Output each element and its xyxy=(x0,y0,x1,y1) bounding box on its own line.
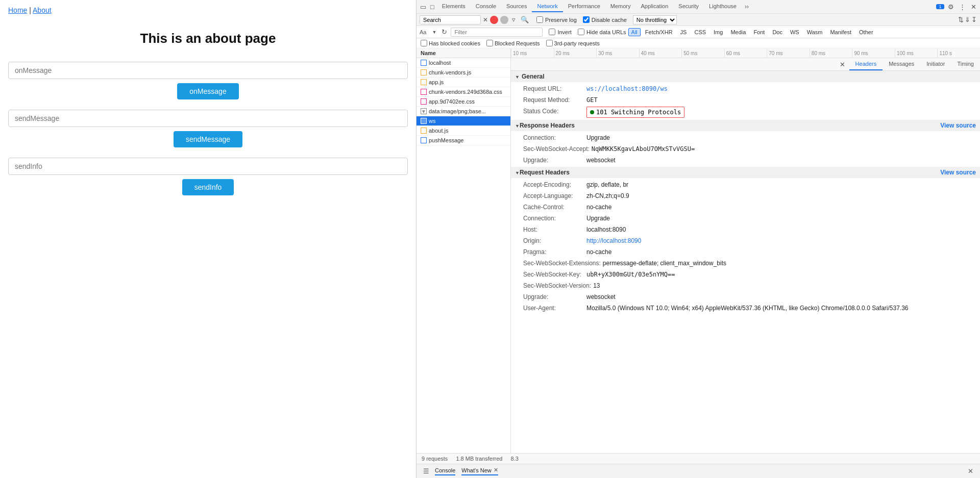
download-icon[interactable]: ↧ xyxy=(971,16,977,23)
refresh-icon[interactable]: ↻ xyxy=(440,27,449,37)
close-console-bar-icon[interactable]: ✕ xyxy=(966,466,975,476)
about-link[interactable]: About xyxy=(33,6,52,14)
disable-cache-checkbox-row: Disable cache xyxy=(583,16,627,23)
detail-close-icon[interactable]: ✕ xyxy=(836,59,849,70)
tab-application[interactable]: Application xyxy=(636,1,674,12)
tab-memory[interactable]: Memory xyxy=(605,1,636,12)
filter-tag-img[interactable]: Img xyxy=(710,28,726,36)
blocked-requests-label[interactable]: Blocked Requests xyxy=(495,40,540,46)
tab-performance[interactable]: Performance xyxy=(563,1,605,12)
console-tab[interactable]: Console xyxy=(435,467,455,475)
preserve-log-checkbox[interactable] xyxy=(536,16,543,23)
request-headers-view-source[interactable]: View source xyxy=(940,169,976,176)
whats-new-close-icon[interactable]: ✕ xyxy=(494,467,498,473)
console-menu-icon[interactable]: ☰ xyxy=(422,466,431,476)
settings-icon[interactable]: ⚙ xyxy=(946,2,955,12)
tick-70ms: 70 ms xyxy=(767,48,810,58)
disable-cache-checkbox[interactable] xyxy=(583,16,590,23)
req-accept-encoding-row: Accept-Encoding: gzip, deflate, br xyxy=(519,179,980,190)
search-icon[interactable]: 🔍 xyxy=(519,15,530,24)
export-icon[interactable]: ⇅ xyxy=(958,16,964,23)
has-blocked-cookies-checkbox[interactable] xyxy=(421,40,427,46)
timeline-header: 10 ms 20 ms 30 ms 40 ms 50 ms 60 ms 70 m… xyxy=(511,48,980,58)
blocked-requests-checkbox[interactable] xyxy=(486,40,493,46)
filter-tag-media[interactable]: Media xyxy=(727,28,749,36)
request-ws[interactable]: ws xyxy=(416,116,510,126)
font-size-toggle[interactable]: Aa xyxy=(420,29,426,35)
detail-tab-timing[interactable]: Timing xyxy=(951,58,980,70)
checkboxes-row: Has blocked cookies Blocked Requests 3rd… xyxy=(416,38,980,48)
request-localhost[interactable]: localhost xyxy=(416,58,510,68)
general-collapse-icon xyxy=(515,73,520,80)
onmessage-button[interactable]: onMessage xyxy=(177,83,238,99)
tab-console[interactable]: Console xyxy=(471,1,501,12)
detail-tabs: ✕ Headers Messages Initiator Timing xyxy=(511,58,980,71)
detail-tab-messages[interactable]: Messages xyxy=(883,58,920,70)
req-host-label: Host: xyxy=(523,225,584,234)
request-data-image[interactable]: ▼ data:image/png;base... xyxy=(416,107,510,116)
tab-security[interactable]: Security xyxy=(673,1,704,12)
search-close-icon[interactable]: ✕ xyxy=(483,16,488,23)
home-link[interactable]: Home xyxy=(8,6,27,14)
response-headers-view-source[interactable]: View source xyxy=(940,122,976,129)
filter-tag-wasm[interactable]: Wasm xyxy=(804,28,826,36)
sendinfo-button[interactable]: sendInfo xyxy=(182,179,234,195)
whats-new-tab[interactable]: What's New ✕ xyxy=(461,467,498,475)
more-tabs-icon[interactable]: ›› xyxy=(742,2,752,11)
response-headers-section-header[interactable]: Response Headers View source xyxy=(511,120,980,131)
filter-tag-manifest[interactable]: Manifest xyxy=(827,28,854,36)
record-button[interactable] xyxy=(490,16,498,24)
sendmessage-button[interactable]: sendMessage xyxy=(174,131,242,147)
third-party-checkbox[interactable] xyxy=(546,40,553,46)
import-icon[interactable]: ⇓ xyxy=(965,16,970,23)
preserve-log-label[interactable]: Preserve log xyxy=(545,17,577,23)
stop-button[interactable] xyxy=(500,16,508,24)
disable-cache-label[interactable]: Disable cache xyxy=(592,17,627,23)
detail-tab-headers[interactable]: Headers xyxy=(849,58,883,70)
detail-tab-initiator[interactable]: Initiator xyxy=(920,58,951,70)
requests-list: localhost chunk-vendors.js app.js xyxy=(416,58,511,453)
tab-lighthouse[interactable]: Lighthouse xyxy=(704,1,742,12)
font-options-icon[interactable]: ▼ xyxy=(430,29,438,36)
filter-tag-ws[interactable]: WS xyxy=(787,28,802,36)
resp-sec-accept-value: NqWMKK5KgavLAboU7OMxSTvVGSU= xyxy=(592,144,695,154)
tab-elements[interactable]: Elements xyxy=(437,1,471,12)
device-icon[interactable]: ▭ xyxy=(419,2,428,12)
sendmessage-input[interactable] xyxy=(8,110,408,127)
filter-tag-fetchxhr[interactable]: Fetch/XHR xyxy=(642,28,676,36)
general-section-header[interactable]: General xyxy=(511,71,980,82)
close-devtools-icon[interactable]: ✕ xyxy=(969,2,978,12)
hide-data-urls-label[interactable]: Hide data URLs xyxy=(586,29,626,35)
invert-checkbox[interactable] xyxy=(549,29,555,35)
filter-tag-font[interactable]: Font xyxy=(750,28,768,36)
filter-input[interactable] xyxy=(451,28,543,37)
throttle-select[interactable]: No throttling xyxy=(633,15,677,24)
tab-network[interactable]: Network xyxy=(532,1,562,12)
request-app-js[interactable]: app.js xyxy=(416,78,510,87)
invert-label[interactable]: Invert xyxy=(557,29,572,35)
inspect-icon[interactable]: □ xyxy=(429,2,436,12)
request-app-css[interactable]: app.9d7402ee.css xyxy=(416,97,510,107)
req-sec-ws-ext-value: permessage-deflate; client_max_window_bi… xyxy=(603,259,726,268)
request-push-message[interactable]: pushMessage xyxy=(416,136,510,145)
has-blocked-cookies-label[interactable]: Has blocked cookies xyxy=(429,40,480,46)
filter-tag-other[interactable]: Other xyxy=(856,28,876,36)
onmessage-input[interactable] xyxy=(8,62,408,79)
filter-tag-doc[interactable]: Doc xyxy=(769,28,786,36)
filter-icon[interactable]: ▿ xyxy=(510,15,517,24)
request-chunk-vendors-css[interactable]: chunk-vendors.249d368a.css xyxy=(416,87,510,97)
tab-sources[interactable]: Sources xyxy=(501,1,532,12)
request-chunk-vendors-js[interactable]: chunk-vendors.js xyxy=(416,68,510,78)
sendinfo-input[interactable] xyxy=(8,158,408,175)
request-headers-section-header[interactable]: Request Headers View source xyxy=(511,167,980,178)
third-party-label[interactable]: 3rd-party requests xyxy=(554,40,600,46)
data-image-icon: ▼ xyxy=(421,108,427,114)
request-about-js[interactable]: about.js xyxy=(416,126,510,136)
req-connection-value: Upgrade xyxy=(586,214,610,223)
filter-tag-js[interactable]: JS xyxy=(677,28,690,36)
search-input[interactable] xyxy=(420,15,481,24)
hide-data-urls-checkbox[interactable] xyxy=(578,29,584,35)
filter-tag-css[interactable]: CSS xyxy=(691,28,709,36)
vertical-dots-icon[interactable]: ⋮ xyxy=(958,2,967,12)
filter-tag-all[interactable]: All xyxy=(628,28,641,36)
